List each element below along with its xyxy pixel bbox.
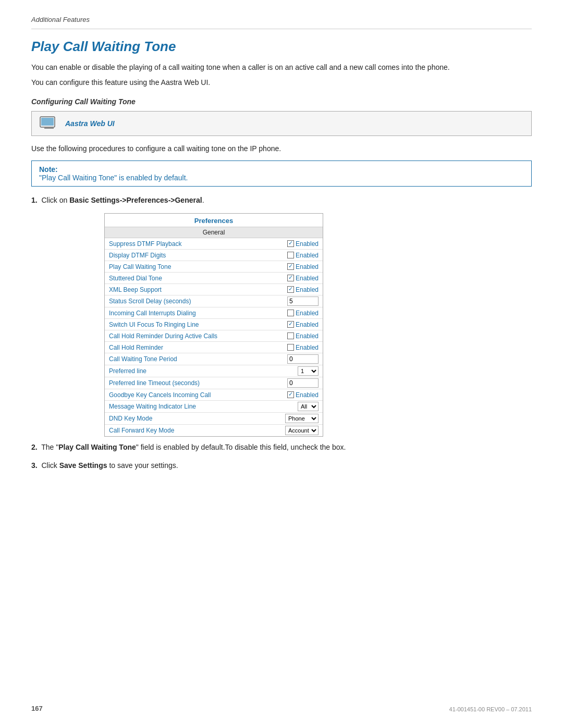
step-3-bold: Save Settings [59, 461, 107, 470]
pref-row-stuttered-dial: Stuttered Dial Tone Enabled [105, 273, 323, 284]
svg-rect-3 [44, 128, 54, 129]
checkbox-incoming-call[interactable] [287, 310, 294, 316]
pref-label-call-waiting-period: Call Waiting Tone Period [109, 355, 287, 363]
pref-row-suppress-dtmf: Suppress DTMF Playback Enabled [105, 238, 323, 250]
pref-value-mwi[interactable]: All 1 [298, 402, 319, 411]
checkbox-suppress-dtmf[interactable] [287, 240, 294, 247]
pref-row-call-waiting-period: Call Waiting Tone Period [105, 353, 323, 365]
pref-value-call-waiting-period[interactable] [287, 354, 319, 364]
description-2: You can configure this feature using the… [31, 77, 532, 88]
pref-general-header: General [105, 227, 323, 238]
step-2-bold: Play Call Waiting Tone [58, 443, 136, 451]
checkbox-xml-beep[interactable] [287, 286, 294, 293]
pref-row-display-dtmf: Display DTMF Digits Enabled [105, 250, 323, 261]
pref-label-xml-beep: XML Beep Support [109, 286, 287, 293]
select-dnd[interactable]: Phone Account [285, 414, 319, 423]
select-preferred-line[interactable]: 1 2 3 [298, 366, 319, 376]
pref-label-call-hold-active: Call Hold Reminder During Active Calls [109, 332, 287, 340]
pref-row-play-call-waiting: Play Call Waiting Tone Enabled [105, 261, 323, 273]
pref-row-cfwd: Call Forward Key Mode Account Phone [105, 425, 323, 436]
pref-label-switch-ui: Switch UI Focus To Ringing Line [109, 321, 287, 328]
checkbox-play-call-waiting[interactable] [287, 263, 294, 270]
pref-label-play-call-waiting: Play Call Waiting Tone [109, 263, 287, 270]
pref-value-suppress-dtmf: Enabled [287, 240, 319, 248]
pref-value-call-hold: Enabled [287, 344, 319, 351]
pref-row-call-hold-active: Call Hold Reminder During Active Calls E… [105, 330, 323, 342]
note-text: "Play Call Waiting Tone" is enabled by d… [39, 174, 188, 182]
pref-value-cfwd[interactable]: Account Phone [285, 426, 319, 435]
pref-value-stuttered-dial: Enabled [287, 275, 319, 282]
note-label: Note: [39, 165, 58, 174]
configuring-heading: Configuring Call Waiting Tone [31, 97, 532, 106]
footer-page: 167 [31, 705, 43, 712]
pref-label-mwi: Message Waiting Indicator Line [109, 403, 298, 410]
pref-row-preferred-line-timeout: Preferred line Timeout (seconds) [105, 377, 323, 389]
pref-row-call-hold: Call Hold Reminder Enabled [105, 342, 323, 353]
pref-row-dnd: DND Key Mode Phone Account [105, 413, 323, 425]
pref-value-dnd[interactable]: Phone Account [285, 414, 319, 423]
step-3-num: 3. [31, 461, 38, 470]
checkbox-call-hold-active[interactable] [287, 332, 294, 339]
note-box: Note: "Play Call Waiting Tone" is enable… [31, 161, 532, 187]
checkbox-goodbye-key[interactable] [287, 391, 294, 398]
pref-value-goodbye-key: Enabled [287, 391, 319, 399]
pref-label-call-hold: Call Hold Reminder [109, 344, 287, 351]
pref-row-xml-beep: XML Beep Support Enabled [105, 284, 323, 295]
aastra-banner-label: Aastra Web UI [65, 119, 115, 128]
pref-row-preferred-line: Preferred line 1 2 3 [105, 365, 323, 377]
pref-label-incoming-call: Incoming Call Interrupts Dialing [109, 310, 287, 317]
select-mwi[interactable]: All 1 [298, 402, 319, 411]
pref-label-cfwd: Call Forward Key Mode [109, 427, 285, 434]
page-title: Play Call Waiting Tone [31, 39, 532, 55]
aastra-banner: Aastra Web UI [31, 111, 532, 136]
section-label: Additional Features [31, 16, 532, 23]
checkbox-display-dtmf[interactable] [287, 252, 294, 258]
checkbox-stuttered-dial[interactable] [287, 275, 294, 281]
pref-value-preferred-line[interactable]: 1 2 3 [298, 366, 319, 376]
pref-row-incoming-call: Incoming Call Interrupts Dialing Enabled [105, 307, 323, 319]
pref-value-xml-beep: Enabled [287, 286, 319, 293]
monitor-icon [39, 116, 59, 131]
pref-label-status-scroll: Status Scroll Delay (seconds) [109, 298, 287, 305]
pref-label-stuttered-dial: Stuttered Dial Tone [109, 275, 287, 282]
pref-label-display-dtmf: Display DTMF Digits [109, 252, 287, 259]
checkbox-call-hold[interactable] [287, 344, 294, 351]
pref-row-mwi: Message Waiting Indicator Line All 1 [105, 401, 323, 413]
step-2-num: 2. [31, 443, 38, 451]
step-3: 3. Click Save Settings to save your sett… [31, 460, 532, 471]
pref-value-incoming-call: Enabled [287, 310, 319, 317]
pref-value-display-dtmf: Enabled [287, 252, 319, 259]
step-1: 1. Click on Basic Settings->Preferences-… [31, 195, 532, 206]
pref-label-dnd: DND Key Mode [109, 415, 285, 422]
header-section: Additional Features [31, 16, 532, 29]
input-call-waiting-period[interactable] [287, 354, 319, 364]
preferences-table: Preferences General Suppress DTMF Playba… [104, 213, 323, 437]
description-1: You can enable or disable the playing of… [31, 62, 532, 73]
footer: 167 41-001451-00 REV00 – 07.2011 [31, 705, 532, 712]
pref-value-play-call-waiting: Enabled [287, 263, 319, 270]
select-cfwd[interactable]: Account Phone [285, 426, 319, 435]
pref-header: Preferences [105, 214, 323, 227]
input-preferred-line-timeout[interactable] [287, 378, 319, 388]
pref-value-call-hold-active: Enabled [287, 332, 319, 340]
step-2: 2. The "Play Call Waiting Tone" field is… [31, 442, 532, 453]
pref-label-preferred-line: Preferred line [109, 367, 298, 375]
pref-value-preferred-line-timeout[interactable] [287, 378, 319, 388]
pref-label-preferred-line-timeout: Preferred line Timeout (seconds) [109, 379, 287, 387]
step-1-bold: Basic Settings->Preferences->General [69, 196, 202, 204]
pref-label-suppress-dtmf: Suppress DTMF Playback [109, 240, 287, 248]
pref-value-status-scroll[interactable] [287, 297, 319, 306]
pref-row-goodbye-key: Goodbye Key Cancels Incoming Call Enable… [105, 389, 323, 401]
use-text: Use the following procedures to configur… [31, 143, 532, 154]
input-status-scroll[interactable] [287, 297, 319, 306]
pref-row-switch-ui: Switch UI Focus To Ringing Line Enabled [105, 319, 323, 330]
pref-value-switch-ui: Enabled [287, 321, 319, 328]
step-1-num: 1. [31, 196, 38, 204]
footer-ref: 41-001451-00 REV00 – 07.2011 [449, 706, 532, 712]
svg-rect-1 [41, 118, 54, 126]
pref-row-status-scroll: Status Scroll Delay (seconds) [105, 295, 323, 307]
checkbox-switch-ui[interactable] [287, 321, 294, 328]
pref-label-goodbye-key: Goodbye Key Cancels Incoming Call [109, 391, 287, 399]
